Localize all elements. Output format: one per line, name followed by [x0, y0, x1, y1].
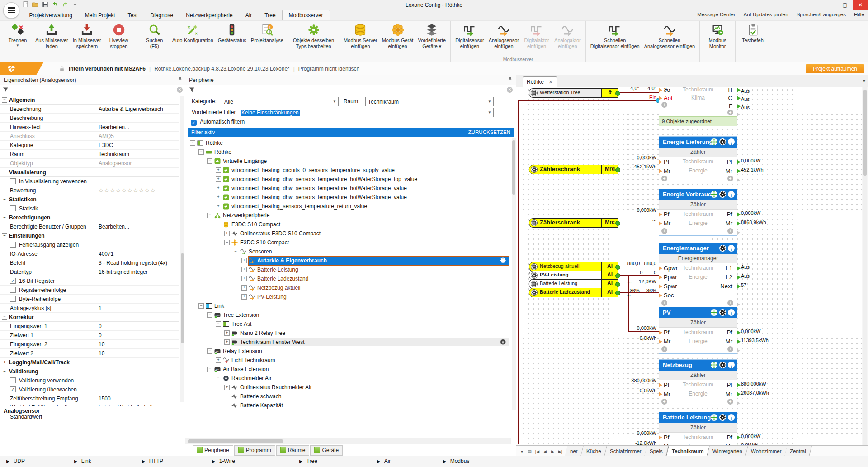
output-connector-icon[interactable] — [737, 275, 741, 280]
block-header[interactable]: Energiemanageri — [659, 243, 737, 254]
ribbon-button-modbus-server-einf-gen[interactable]: Modbus Server einfügen — [341, 22, 380, 49]
tree-item-sensoren[interactable]: −Sensoren — [185, 247, 511, 256]
tree-item-batterie-kapazit-t[interactable]: Batterie Kapazität — [185, 401, 511, 410]
block-header[interactable]: Netzbezugi — [659, 360, 737, 371]
maximize-button[interactable]: ▢ — [837, 0, 853, 10]
expand-icon[interactable]: + — [216, 357, 221, 363]
move-icon[interactable] — [711, 138, 717, 145]
output-connector-icon[interactable] — [737, 212, 741, 217]
ribbon-button-aus-miniserver-laden[interactable]: Aus Miniserver laden — [33, 22, 71, 49]
add-output-icon[interactable]: + — [727, 176, 733, 181]
canvas-nav-button-5[interactable]: ▶| — [557, 447, 564, 457]
expand-box-icon[interactable]: − — [2, 170, 7, 175]
ribbon-button-projektanalyse[interactable]: !Projektanalyse — [249, 22, 286, 43]
menu-tab-projektverwaltung[interactable]: Projektverwaltung — [23, 10, 78, 20]
tree-item-link[interactable]: −Link — [185, 301, 511, 310]
expand-icon[interactable]: + — [216, 186, 221, 191]
output-connector-icon[interactable] — [737, 88, 741, 92]
expand-icon[interactable]: + — [224, 339, 230, 345]
tree-item-r-thke[interactable]: −Röthke — [185, 138, 511, 148]
section-allgemein[interactable]: −Allgemein — [0, 95, 179, 105]
tree-item-tree-extension[interactable]: −TREETree Extension — [185, 310, 511, 319]
periphery-search-row[interactable]: ✕ — [185, 85, 516, 95]
programming-canvas[interactable]: Wetterstation TreeϑZählerschrankMrdZähle… — [516, 87, 862, 446]
property-value[interactable]: Bearbeiten... — [99, 224, 178, 230]
vordefinierte-filter-select[interactable]: Keine Einschränkungen▼ — [238, 108, 494, 117]
collapse-icon[interactable]: − — [207, 348, 212, 354]
ribbon-button-testbefehl[interactable]: Testbefehl — [738, 22, 769, 43]
menu-tab-mein-projekt[interactable]: Mein Projekt — [79, 10, 122, 20]
expand-icon[interactable]: + — [241, 276, 247, 281]
collapse-icon[interactable]: − — [207, 367, 212, 372]
expand-icon[interactable]: + — [224, 231, 230, 236]
tab-geräte[interactable]: Geräte — [310, 445, 343, 456]
expand-box-icon[interactable]: − — [2, 315, 7, 320]
checkbox-unchecked-icon[interactable] — [10, 205, 16, 211]
section-einstellungen[interactable]: −Einstellungen — [0, 231, 179, 240]
tree-item-virtuelle-eing-nge[interactable]: −Virtuelle Eingänge — [185, 157, 511, 166]
property-checkbox-fehlerausgang-anzeigen[interactable]: Fehlerausgang anzeigen — [0, 240, 179, 249]
checkbox-unchecked-icon[interactable] — [10, 377, 16, 383]
info-icon[interactable]: i — [728, 414, 735, 421]
section-validierung[interactable]: −Validierung — [0, 367, 179, 376]
move-icon[interactable] — [711, 362, 717, 368]
add-output-icon[interactable]: + — [727, 346, 733, 352]
gear-icon[interactable] — [719, 245, 726, 252]
kategorie-select[interactable]: Alle▼ — [222, 97, 339, 106]
output-connector-icon[interactable] — [737, 96, 741, 100]
checkbox-unchecked-icon[interactable] — [10, 296, 16, 302]
gear-icon[interactable] — [719, 191, 726, 198]
clear-search-icon[interactable]: ✕ — [507, 87, 513, 93]
block-energie-lieferung[interactable]: Energie LieferungiZählerPfTechnikraumPfM… — [659, 136, 737, 183]
tree-item-batterie-schwach[interactable]: Batterie schwach — [185, 392, 511, 401]
checkbox-unchecked-icon[interactable] — [10, 242, 16, 248]
page-tab-ner[interactable]: ner — [565, 446, 584, 456]
canvas-nav-button-1[interactable]: ▤ — [526, 447, 533, 457]
info-icon[interactable]: i — [728, 245, 735, 252]
block-header[interactable]: Energie Verbrauchi — [659, 189, 737, 200]
tree-item-relay-extension[interactable]: −RELRelay Extension — [185, 347, 511, 356]
tab-roethke[interactable]: Röthke ✕ — [523, 76, 557, 87]
autofilter-row[interactable]: ✓ Automatisch filtern — [191, 119, 245, 126]
property-checkbox-registerreihenfolge[interactable]: Registerreihenfolge — [0, 286, 179, 295]
collapse-icon[interactable]: − — [216, 222, 221, 227]
block-netzbezug[interactable]: NetzbezugiZählerPfTechnikraumPfMrEnergie… — [659, 359, 737, 406]
page-tab-schlafzimmer[interactable]: Schlafzimmer — [604, 446, 647, 456]
add-input-icon[interactable]: + — [661, 176, 667, 181]
output-connector-icon[interactable] — [737, 169, 741, 173]
checkbox-unchecked-icon[interactable] — [10, 287, 16, 293]
gear-icon[interactable] — [500, 338, 506, 345]
dock-http[interactable]: ▶HTTP — [136, 456, 206, 467]
add-input-icon[interactable]: + — [661, 228, 667, 234]
collapse-icon[interactable]: − — [216, 376, 221, 381]
ribbon-button-objekte-desselben-typs-bearbeiten[interactable]: Objekte desselben Typs bearbeiten — [291, 22, 336, 49]
tree-item-e3dc-s10-compact[interactable]: −E3DC S10 Compact — [185, 220, 511, 229]
gear-icon[interactable] — [719, 362, 726, 368]
expand-icon[interactable]: + — [216, 176, 221, 182]
gear-icon[interactable] — [719, 309, 726, 316]
minimize-button[interactable]: — — [822, 0, 837, 10]
tree-item-vitoconnect-heating-dhw-sensors-temperature-hotwaterstorage-value[interactable]: +vitoconnect_heating_dhw_sensors_tempera… — [185, 184, 511, 193]
gear-icon[interactable] — [531, 281, 538, 287]
property-value[interactable]: 3 - Read holding register(4x) — [99, 260, 178, 266]
dock-1-wire[interactable]: ▶1-Wire — [206, 456, 293, 467]
collapse-icon[interactable]: − — [190, 140, 195, 146]
property-value[interactable]: Autarkie & Eigenverbrauch — [99, 106, 178, 112]
page-tab-speis[interactable]: Speis — [645, 446, 669, 456]
tree-item-rauchmelder-air[interactable]: −Rauchmelder Air — [185, 374, 511, 383]
property-value[interactable]: Bearbeiten... — [99, 124, 178, 130]
close-button[interactable]: ✕ — [853, 0, 868, 10]
move-icon[interactable] — [711, 414, 717, 421]
tree-item-air-base-extension[interactable]: −AIRAir Base Extension — [185, 365, 511, 374]
canvas-nav-button-4[interactable]: ▶ — [549, 447, 557, 457]
property-row-bewertung[interactable]: Bewertung☆☆☆☆☆☆☆☆☆☆ — [0, 186, 179, 195]
output-connector-icon[interactable] — [737, 104, 741, 109]
sensor-z-hlerschrank-mrd[interactable]: ZählerschrankMrd — [529, 165, 618, 174]
dock-air[interactable]: ▶Air — [371, 456, 437, 467]
checkbox-checked-icon[interactable]: ✓ — [10, 278, 16, 284]
menu-right-auf-updates-pr-fen[interactable]: Auf Updates prüfen — [744, 12, 788, 17]
add-output-icon[interactable]: + — [727, 300, 733, 306]
add-input-icon[interactable]: + — [661, 102, 667, 108]
ribbon-button-schnellen-analogsensor-einf-gen[interactable]: Schnellen Analogsensor einfügen — [642, 22, 698, 49]
collapse-icon[interactable]: − — [216, 321, 221, 327]
